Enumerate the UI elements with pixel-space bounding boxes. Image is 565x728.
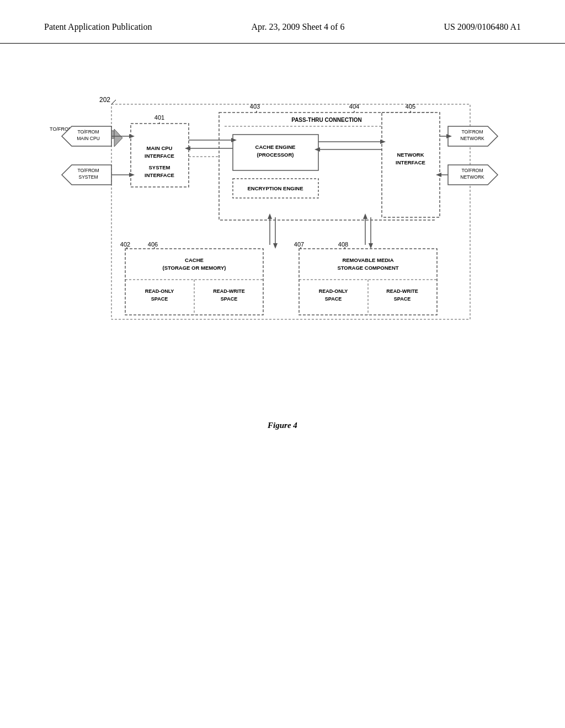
svg-text:SPACE: SPACE — [221, 296, 237, 302]
svg-text:407: 407 — [294, 241, 304, 248]
svg-text:INTERFACE: INTERFACE — [145, 153, 174, 159]
svg-text:TO/FROM: TO/FROM — [461, 129, 483, 135]
svg-text:408: 408 — [338, 241, 348, 248]
svg-text:ENCRYPTION ENGINE: ENCRYPTION ENGINE — [248, 185, 303, 191]
svg-text:READ-ONLY: READ-ONLY — [319, 288, 348, 294]
page-header: Patent Application Publication Apr. 23, … — [0, 0, 565, 44]
svg-text:PASS-THRU CONNECTION: PASS-THRU CONNECTION — [291, 117, 362, 123]
svg-text:NETWORK: NETWORK — [460, 136, 484, 141]
svg-text:CACHE ENGINE: CACHE ENGINE — [255, 144, 296, 150]
svg-line-2 — [111, 100, 116, 104]
svg-text:404: 404 — [349, 103, 359, 110]
svg-text:403: 403 — [250, 103, 260, 110]
svg-text:(PROCESSOR): (PROCESSOR) — [257, 152, 294, 158]
svg-text:SYSTEM: SYSTEM — [79, 174, 98, 180]
svg-text:INTERFACE: INTERFACE — [396, 159, 425, 165]
svg-text:SPACE: SPACE — [325, 296, 342, 302]
svg-text:405: 405 — [406, 103, 415, 110]
svg-text:CACHE: CACHE — [185, 257, 204, 263]
svg-marker-60 — [369, 243, 373, 249]
svg-text:SPACE: SPACE — [394, 296, 411, 302]
svg-text:TO/FROM: TO/FROM — [77, 129, 99, 135]
svg-text:MAIN CPU: MAIN CPU — [147, 145, 173, 151]
svg-marker-5 — [114, 129, 122, 147]
header-right: US 2009/0106480 A1 — [444, 22, 521, 32]
svg-text:SYSTEM: SYSTEM — [148, 164, 170, 170]
svg-text:READ-WRITE: READ-WRITE — [213, 288, 245, 294]
svg-marker-56 — [273, 243, 278, 249]
svg-text:NETWORK: NETWORK — [460, 174, 484, 180]
svg-text:NETWORK: NETWORK — [397, 152, 424, 158]
svg-text:STORAGE COMPONENT: STORAGE COMPONENT — [337, 265, 398, 271]
svg-text:TO/FROM: TO/FROM — [77, 168, 99, 173]
svg-text:TO/FROM: TO/FROM — [461, 168, 483, 173]
svg-text:INTERFACE: INTERFACE — [145, 172, 174, 178]
svg-text:MAIN CPU: MAIN CPU — [77, 136, 100, 141]
svg-text:406: 406 — [148, 241, 158, 248]
svg-text:401: 401 — [154, 114, 164, 121]
header-left: Patent Application Publication — [44, 22, 152, 32]
svg-text:READ-WRITE: READ-WRITE — [386, 288, 418, 294]
svg-text:(STORAGE OR MEMORY): (STORAGE OR MEMORY) — [162, 265, 226, 271]
main-content: 202 TO/FROM MAIN CPU TO/FROM MAIN CPU — [0, 44, 565, 452]
figure-caption: Figure 4 — [268, 421, 297, 430]
svg-text:READ-ONLY: READ-ONLY — [145, 288, 174, 294]
svg-text:SPACE: SPACE — [151, 296, 168, 302]
patent-diagram: 202 TO/FROM MAIN CPU TO/FROM MAIN CPU — [45, 82, 520, 402]
diagram-wrapper: 202 TO/FROM MAIN CPU TO/FROM MAIN CPU — [45, 82, 520, 404]
svg-text:REMOVABLE MEDIA: REMOVABLE MEDIA — [342, 257, 393, 263]
svg-text:202: 202 — [99, 96, 110, 104]
header-center: Apr. 23, 2009 Sheet 4 of 6 — [252, 22, 345, 32]
svg-text:402: 402 — [120, 241, 130, 248]
